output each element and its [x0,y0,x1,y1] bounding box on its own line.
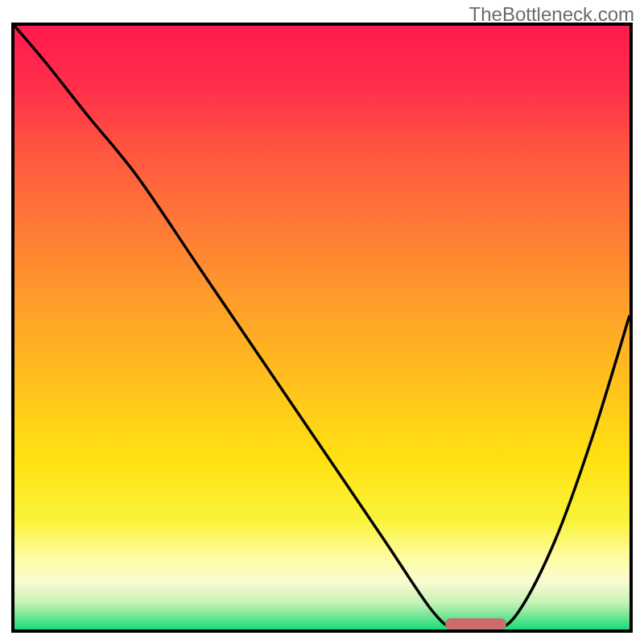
plot-frame [11,23,633,633]
bottleneck-curve [14,26,630,630]
curve-layer [14,26,630,630]
chart-container: TheBottleneck.com [0,0,644,644]
optimal-range-highlight [445,618,506,630]
